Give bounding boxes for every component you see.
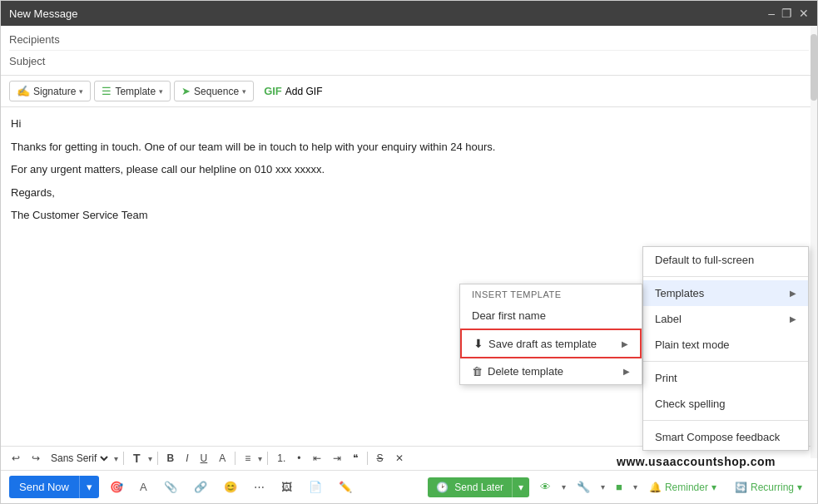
- menu-item-label[interactable]: Label ▶: [643, 306, 808, 332]
- recurring-icon: 🔄: [735, 482, 747, 493]
- scrollbar-thumb[interactable]: [811, 34, 817, 101]
- ul-button[interactable]: •: [293, 451, 305, 466]
- template-caret: ▾: [159, 87, 163, 96]
- label-arrow: ▶: [790, 314, 796, 324]
- save-draft-arrow: ▶: [622, 339, 628, 348]
- font-caret-icon: ▾: [114, 454, 118, 463]
- menu-item-print[interactable]: Print: [643, 365, 808, 391]
- menu-item-dear[interactable]: Dear first name: [460, 303, 642, 329]
- indent-less-button[interactable]: ⇤: [309, 451, 325, 466]
- highlight-button[interactable]: A: [134, 477, 153, 497]
- watermark: www.usaaccountshop.com: [617, 455, 776, 468]
- gif-icon: GIF: [264, 85, 282, 97]
- underline-button[interactable]: U: [196, 451, 212, 466]
- image-button[interactable]: 🖼: [275, 477, 298, 497]
- signature-label: Signature: [33, 86, 76, 97]
- save-draft-label: Save draft as template: [488, 338, 597, 350]
- menu-item-spellcheck[interactable]: Check spelling: [643, 391, 808, 417]
- green-box-button[interactable]: ■: [610, 477, 628, 497]
- compose-toolbar: ✍ Signature ▾ ☰ Template ▾ ➤ Sequence ▾ …: [1, 76, 817, 107]
- menu-item-fullscreen[interactable]: Default to full-screen: [643, 247, 808, 273]
- menu-item-plaintext[interactable]: Plain text mode: [643, 332, 808, 358]
- template-label: Template: [115, 86, 156, 97]
- body-line1: Hi: [11, 116, 807, 132]
- bold-button[interactable]: B: [163, 451, 179, 466]
- emoji-button[interactable]: 😊: [218, 477, 243, 497]
- eye-button[interactable]: 👁: [534, 477, 557, 497]
- right-menu-divider2: [643, 361, 808, 362]
- send-now-label: Send Now: [9, 476, 79, 498]
- template-button[interactable]: ☰ Template ▾: [94, 81, 171, 101]
- redo-button[interactable]: ↪: [27, 451, 44, 466]
- signature-caret: ▾: [79, 87, 83, 96]
- templates-arrow: ▶: [790, 289, 796, 298]
- remove-format-button[interactable]: ✕: [391, 451, 408, 466]
- gif-button[interactable]: GIF Add GIF: [257, 82, 329, 101]
- expand-button[interactable]: ❐: [781, 7, 792, 20]
- divider4: [267, 452, 268, 465]
- menu-item-delete-template[interactable]: 🗑 Delete template ▶: [460, 358, 642, 384]
- align-caret: ▾: [258, 454, 262, 463]
- divider5: [367, 452, 368, 465]
- divider3: [235, 452, 235, 465]
- menu-item-save-draft[interactable]: ⬇ Save draft as template ▶: [460, 329, 642, 358]
- send-later-label: 🕑 Send Later: [428, 477, 512, 497]
- divider2: [157, 452, 158, 465]
- right-context-menu: Default to full-screen Templates ▶ Label…: [642, 246, 809, 451]
- recipients-row: Recipients: [9, 29, 809, 51]
- save-draft-icon: ⬇: [473, 337, 483, 350]
- quote-button[interactable]: ❝: [349, 451, 362, 466]
- send-later-caret[interactable]: ▾: [512, 477, 529, 497]
- yesware-button[interactable]: 🎯: [104, 477, 129, 497]
- sequence-button[interactable]: ➤ Sequence ▾: [174, 81, 254, 101]
- send-now-caret[interactable]: ▾: [79, 476, 99, 498]
- sequence-caret: ▾: [242, 87, 246, 96]
- plugin-button[interactable]: 🔧: [571, 477, 596, 497]
- undo-button[interactable]: ↩: [7, 451, 24, 466]
- attachment-button[interactable]: 📎: [158, 477, 183, 497]
- title-bar-controls: – ❐ ✕: [768, 7, 809, 20]
- gif-label: Add GIF: [285, 86, 323, 97]
- send-now-button[interactable]: Send Now ▾: [9, 476, 99, 498]
- font-color-button[interactable]: A: [215, 451, 230, 466]
- link-button[interactable]: 🔗: [188, 477, 213, 497]
- right-menu-divider3: [643, 420, 808, 421]
- signature-icon: ✍: [17, 85, 30, 97]
- compose-window: New Message – ❐ ✕ Recipients Subject ✍ S…: [0, 0, 818, 504]
- delete-template-arrow: ▶: [623, 367, 630, 376]
- signature-button[interactable]: ✍ Signature ▾: [9, 81, 91, 101]
- font-select[interactable]: Sans Serif: [47, 452, 111, 465]
- ol-button[interactable]: 1.: [273, 451, 290, 466]
- send-bar: Send Now ▾ 🎯 A 📎 🔗 😊 ⋯ 🖼 📄 ✏️ 🕑 Send Lat…: [1, 470, 817, 503]
- divider1: [123, 452, 124, 465]
- text-size-button[interactable]: T: [129, 450, 145, 467]
- menu-item-templates[interactable]: Templates ▶: [643, 280, 808, 306]
- left-context-menu: INSERT TEMPLATE Dear first name ⬇ Save d…: [459, 284, 642, 385]
- reminder-label: Reminder: [665, 482, 708, 493]
- send-later-button[interactable]: 🕑 Send Later ▾: [428, 477, 529, 497]
- delete-template-icon: 🗑: [472, 365, 483, 378]
- close-button[interactable]: ✕: [799, 7, 809, 20]
- body-line3: For any urgent matters, please call our …: [11, 161, 807, 178]
- reminder-button[interactable]: 🔔 Reminder ▾: [642, 478, 723, 497]
- italic-button[interactable]: I: [181, 451, 192, 466]
- strikethrough-button[interactable]: S: [373, 451, 388, 466]
- reminder-icon: 🔔: [649, 482, 662, 493]
- doc-button[interactable]: 📄: [303, 477, 328, 497]
- text-size-caret: ▾: [148, 454, 152, 463]
- recurring-label: Recurring: [751, 482, 794, 493]
- align-button[interactable]: ≡: [240, 451, 255, 466]
- subject-label: Subject: [9, 55, 45, 67]
- more-button[interactable]: ⋯: [248, 477, 270, 497]
- indent-more-button[interactable]: ⇥: [329, 451, 345, 466]
- minimize-button[interactable]: –: [768, 7, 775, 20]
- menu-item-smartcompose[interactable]: Smart Compose feedback: [643, 424, 808, 450]
- pen-button[interactable]: ✏️: [333, 477, 358, 497]
- green-box-caret: ▾: [633, 482, 637, 492]
- title-bar: New Message – ❐ ✕: [1, 1, 817, 26]
- body-line5: The Customer Service Team: [11, 207, 807, 224]
- delete-template-label: Delete template: [488, 365, 563, 378]
- recurring-button[interactable]: 🔄 Recurring ▾: [728, 478, 809, 497]
- body-line2: Thanks for getting in touch. One of our …: [11, 139, 807, 156]
- right-menu-divider1: [643, 276, 808, 277]
